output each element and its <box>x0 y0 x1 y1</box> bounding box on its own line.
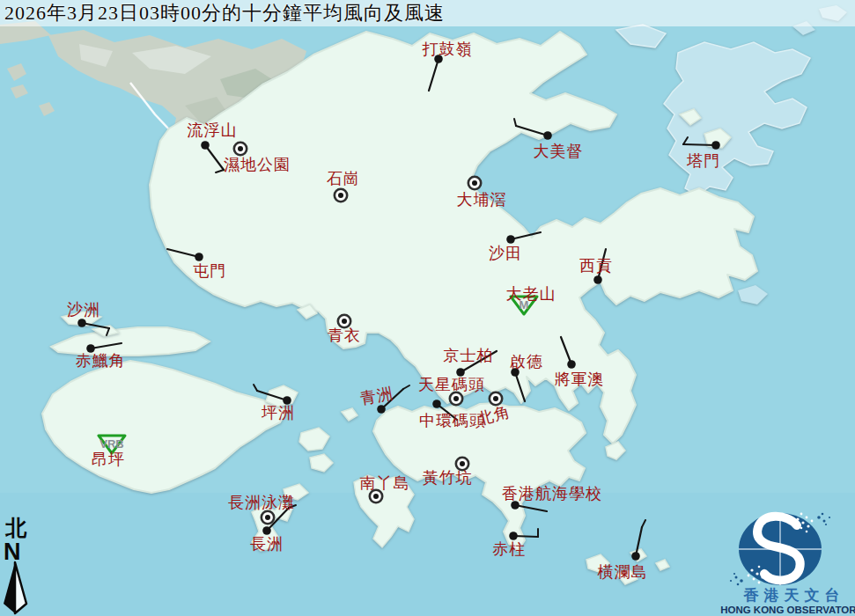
station-dot <box>201 141 210 150</box>
station-dot <box>77 319 86 327</box>
station-label-ngong-ping: 昂坪 <box>92 451 125 468</box>
station-mark-text: VRB <box>100 437 123 451</box>
station-dot <box>195 253 203 261</box>
station-dot <box>377 405 386 414</box>
station-dot <box>509 532 518 540</box>
hko-logo-chinese: 香港天文台 <box>743 587 845 604</box>
compass-north-letter: N <box>4 539 21 565</box>
station-dot <box>373 494 379 499</box>
hko-wind-map-screen: MVRB 打鼓嶺流浮山濕地公園大美督塔門石崗大埔滘沙田屯門西貢大老山青衣沙洲赤鱲… <box>0 0 855 616</box>
station-dot <box>265 515 270 520</box>
hk-wind-map: MVRB 打鼓嶺流浮山濕地公園大美督塔門石崗大埔滘沙田屯門西貢大老山青衣沙洲赤鱲… <box>0 0 855 616</box>
station-dot <box>472 180 477 186</box>
map-title: 2026年3月23日03時00分的十分鐘平均風向及風速 <box>4 2 445 25</box>
station-dot <box>238 146 243 151</box>
station-label-waglan-island: 橫瀾島 <box>598 563 648 581</box>
compass-north-chinese: 北 <box>4 517 27 539</box>
station-dot <box>567 360 576 369</box>
station-label-cheung-chau: 長洲 <box>250 535 284 553</box>
station-label-kings-park: 京士柏 <box>444 347 494 364</box>
station-dot <box>262 526 271 535</box>
station-label-lau-fau-shan: 流浮山 <box>188 121 238 139</box>
station-label-tates-cairn: 大老山 <box>506 285 556 303</box>
station-label-lamma-island: 南丫島 <box>360 474 410 492</box>
station-dot <box>493 396 498 401</box>
station-label-ta-kwu-ling: 打鼓嶺 <box>423 40 473 58</box>
station-dot <box>631 552 640 561</box>
station-label-tsing-yi: 青衣 <box>328 326 361 344</box>
station-star-ferry-pier[interactable] <box>450 392 462 405</box>
station-tai-po-kau[interactable] <box>468 177 481 189</box>
station-label-sai-kung: 西貢 <box>579 257 613 275</box>
station-label-sha-tin: 沙田 <box>489 245 522 262</box>
station-shek-kong[interactable] <box>335 189 347 202</box>
hko-logo-english: HONG KONG OBSERVATORY <box>720 605 855 615</box>
station-label-cheung-chau-beach: 長洲泳灘 <box>228 494 295 511</box>
station-label-shek-kong: 石崗 <box>327 170 360 187</box>
station-dot <box>543 131 552 140</box>
station-label-tai-mei-tuk: 大美督 <box>534 143 584 160</box>
station-label-wong-chuk-hang: 黃竹坑 <box>423 469 473 487</box>
station-label-stanley: 赤柱 <box>492 540 526 558</box>
station-dot <box>342 319 347 324</box>
station-label-tap-mun: 塔門 <box>686 152 720 170</box>
station-label-star-ferry-pier: 天星碼頭 <box>418 376 485 393</box>
station-dot <box>506 235 515 244</box>
station-label-kai-tak: 啟德 <box>510 353 543 370</box>
station-dot <box>460 461 465 466</box>
station-dot <box>338 193 343 198</box>
station-label-tuen-mun: 屯門 <box>193 262 226 280</box>
station-label-tseung-kwan-o: 將軍澳 <box>555 370 605 388</box>
station-label-chek-lap-kok: 赤鱲角 <box>76 352 126 370</box>
wind-shaft <box>683 144 716 145</box>
station-north-point[interactable] <box>490 392 502 405</box>
station-label-tai-po-kau: 大埔滘 <box>457 191 507 209</box>
station-dot <box>432 400 441 408</box>
station-label-hk-sea-school: 香港航海學校 <box>502 485 602 502</box>
station-label-sha-chau: 沙洲 <box>67 301 100 319</box>
station-label-wetland-park: 濕地公園 <box>224 156 291 173</box>
station-dot <box>593 275 602 284</box>
station-label-peng-chau: 坪洲 <box>261 404 295 422</box>
station-dot <box>453 396 459 401</box>
sea-shade-south <box>0 493 855 616</box>
station-wetland-park[interactable] <box>234 143 247 155</box>
station-dot <box>711 141 720 150</box>
station-cheung-chau-beach[interactable] <box>262 511 274 524</box>
